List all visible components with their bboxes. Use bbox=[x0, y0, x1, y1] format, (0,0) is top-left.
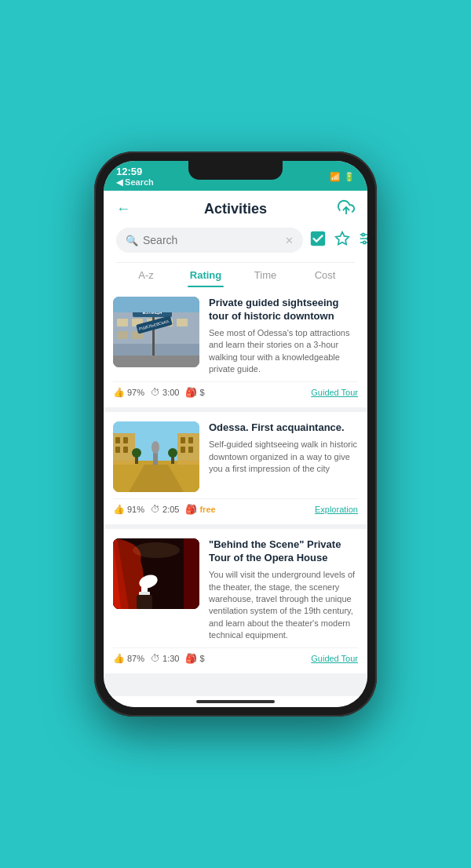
phone-screen: 12:59 ◀ Search 📶 🔋 ← Activities bbox=[104, 161, 367, 707]
thumbs-icon-1: 👍 bbox=[113, 387, 125, 398]
svg-point-8 bbox=[363, 241, 366, 243]
star-filter-icon[interactable] bbox=[334, 231, 350, 250]
svg-point-45 bbox=[168, 448, 177, 458]
tag-link-1[interactable]: Guided Tour bbox=[311, 388, 358, 397]
rating-stat-1: 👍 97% bbox=[113, 387, 144, 398]
header-row: ← Activities bbox=[116, 199, 355, 228]
status-right: 📶 🔋 bbox=[330, 172, 355, 182]
card-footer-2: 👍 91% ⏱ 2:05 🎒 free Exploration bbox=[113, 498, 358, 515]
activities-list: ВУЛИЦЯ РІШЕЛЬЄВСЬКА bbox=[104, 287, 367, 696]
filter-icons bbox=[309, 230, 367, 251]
tab-time[interactable]: Time bbox=[236, 263, 295, 287]
duration-value-1: 3:00 bbox=[162, 388, 179, 397]
upload-icon bbox=[338, 199, 355, 216]
bag-icon-3: 🎒 bbox=[185, 653, 197, 664]
opera-image bbox=[113, 538, 199, 609]
card-desc-1: See most of Odessa's top attractions and… bbox=[209, 327, 358, 376]
duration-stat-2: ⏱ 2:05 bbox=[151, 504, 179, 515]
thumbs-icon-3: 👍 bbox=[113, 653, 125, 664]
cost-value-1: $ bbox=[199, 388, 204, 397]
svg-rect-32 bbox=[115, 447, 120, 453]
svg-rect-35 bbox=[181, 437, 185, 443]
thumbs-icon-2: 👍 bbox=[113, 504, 125, 515]
checkmark-icon bbox=[309, 230, 327, 247]
tag-link-2[interactable]: Exploration bbox=[315, 505, 358, 514]
rating-value-2: 91% bbox=[127, 505, 144, 514]
cost-stat-2: 🎒 free bbox=[185, 504, 215, 515]
svg-marker-2 bbox=[336, 232, 349, 244]
header: ← Activities 🔍 ✕ bbox=[104, 191, 367, 287]
card-top-1: ВУЛИЦЯ РІШЕЛЬЄВСЬКА bbox=[113, 297, 358, 375]
phone-notch bbox=[188, 161, 283, 180]
duration-value-2: 2:05 bbox=[162, 505, 179, 514]
clear-icon[interactable]: ✕ bbox=[285, 235, 294, 246]
svg-rect-51 bbox=[184, 538, 199, 609]
upload-button[interactable] bbox=[331, 199, 355, 220]
tab-cost[interactable]: Cost bbox=[295, 263, 355, 287]
card-info-2: Odessa. First acquaintance. Self-guided … bbox=[209, 421, 358, 492]
activity-image-1: ВУЛИЦЯ РІШЕЛЬЄВСЬКА bbox=[113, 297, 199, 367]
bag-icon-2: 🎒 bbox=[185, 504, 197, 515]
home-bar bbox=[196, 700, 275, 703]
svg-rect-16 bbox=[117, 331, 128, 339]
svg-rect-50 bbox=[137, 595, 152, 609]
search-input-wrap[interactable]: 🔍 ✕ bbox=[116, 228, 303, 253]
home-indicator bbox=[104, 696, 367, 707]
search-bar: 🔍 ✕ bbox=[116, 228, 355, 253]
bag-icon-1: 🎒 bbox=[185, 387, 197, 398]
duration-stat-1: ⏱ 3:00 bbox=[151, 387, 179, 398]
status-time: 12:59 bbox=[116, 166, 154, 177]
card-info-1: Private guided sightseeing tour of histo… bbox=[209, 297, 358, 375]
status-back-search: ◀ Search bbox=[116, 177, 154, 188]
svg-rect-26 bbox=[113, 356, 199, 367]
clock-icon-1: ⏱ bbox=[151, 387, 160, 398]
activity-card-1[interactable]: ВУЛИЦЯ РІШЕЛЬЄВСЬКА bbox=[104, 287, 367, 407]
svg-rect-11 bbox=[117, 319, 128, 326]
svg-rect-25 bbox=[113, 297, 199, 312]
duration-stat-3: ⏱ 1:30 bbox=[151, 653, 179, 664]
tabs-row: A-z Rating Time Cost bbox=[116, 262, 355, 287]
tag-link-3[interactable]: Guided Tour bbox=[311, 654, 358, 663]
sliders-icon bbox=[358, 231, 367, 246]
svg-rect-30 bbox=[115, 437, 120, 443]
cost-value-3: $ bbox=[199, 654, 204, 663]
duration-value-3: 1:30 bbox=[162, 654, 179, 663]
tab-az[interactable]: A-z bbox=[116, 263, 176, 287]
card-top-3: "Behind the Scene" Private Tour of the O… bbox=[113, 538, 358, 641]
svg-rect-36 bbox=[188, 437, 193, 443]
activity-image-2 bbox=[113, 421, 199, 492]
activity-card-3[interactable]: "Behind the Scene" Private Tour of the O… bbox=[104, 529, 367, 673]
activity-card-2[interactable]: Odessa. First acquaintance. Self-guided … bbox=[104, 412, 367, 524]
phone-frame: 12:59 ◀ Search 📶 🔋 ← Activities bbox=[94, 151, 377, 717]
search-input[interactable] bbox=[143, 234, 280, 246]
status-left: 12:59 ◀ Search bbox=[116, 166, 154, 188]
card-desc-2: Self-guided sightseeing walk in historic… bbox=[209, 439, 358, 475]
sliders-filter-icon[interactable] bbox=[358, 231, 367, 250]
svg-rect-15 bbox=[177, 319, 188, 326]
city-image bbox=[113, 421, 199, 492]
svg-rect-38 bbox=[188, 447, 193, 453]
tab-rating[interactable]: Rating bbox=[176, 263, 236, 287]
svg-point-6 bbox=[362, 233, 364, 235]
card-footer-1: 👍 97% ⏱ 3:00 🎒 $ Guided Tour bbox=[113, 381, 358, 398]
card-title-3: "Behind the Scene" Private Tour of the O… bbox=[209, 538, 358, 565]
card-desc-3: You will visit the underground levels of… bbox=[209, 569, 358, 641]
downtown-image: ВУЛИЦЯ РІШЕЛЬЄВСЬКА bbox=[113, 297, 199, 367]
star-icon bbox=[334, 231, 350, 246]
card-info-3: "Behind the Scene" Private Tour of the O… bbox=[209, 538, 358, 641]
wifi-icon: 📶 bbox=[330, 172, 341, 182]
svg-rect-37 bbox=[181, 447, 185, 453]
card-title-1: Private guided sightseeing tour of histo… bbox=[209, 297, 358, 323]
svg-rect-33 bbox=[123, 447, 128, 453]
svg-point-43 bbox=[132, 448, 141, 458]
rating-stat-3: 👍 87% bbox=[113, 653, 144, 664]
back-button[interactable]: ← bbox=[116, 201, 140, 217]
svg-point-40 bbox=[152, 441, 159, 454]
page-title: Activities bbox=[140, 201, 331, 217]
activity-image-3 bbox=[113, 538, 199, 609]
check-filter-icon[interactable] bbox=[309, 230, 327, 251]
card-title-2: Odessa. First acquaintance. bbox=[209, 421, 358, 435]
card-footer-3: 👍 87% ⏱ 1:30 🎒 $ Guided Tour bbox=[113, 647, 358, 664]
cost-stat-1: 🎒 $ bbox=[185, 387, 204, 398]
search-icon: 🔍 bbox=[126, 235, 138, 246]
